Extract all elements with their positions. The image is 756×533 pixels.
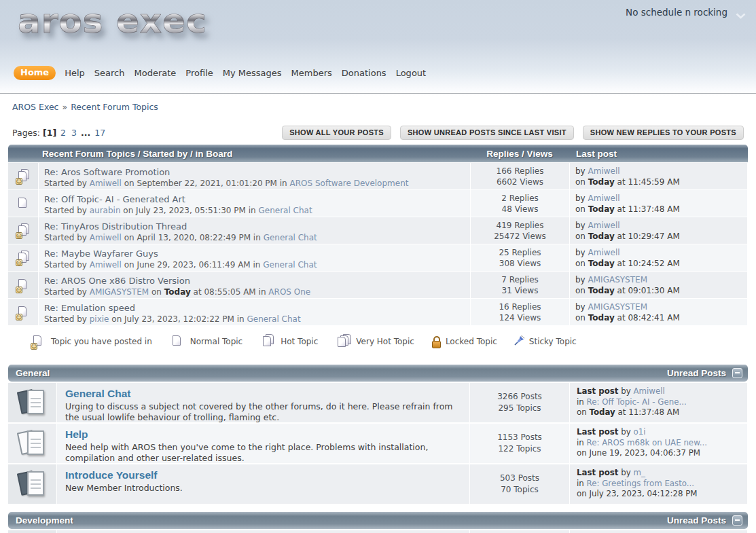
legend-item: Normal Topic xyxy=(169,334,242,348)
topics-count: 295 Topics xyxy=(470,403,569,414)
user-link[interactable]: aurabin xyxy=(90,206,121,215)
legend-item: Sticky Topic xyxy=(514,335,577,348)
pagination: Pages: [1] 2 3 ... 17 xyxy=(12,128,107,138)
topic-link[interactable]: Re: Off Topic- AI - Generated Art xyxy=(44,194,185,204)
user-link[interactable]: pixie xyxy=(90,314,109,324)
board-link[interactable]: AROS Software Development xyxy=(290,179,409,188)
nav-item-my-messages[interactable]: My Messages xyxy=(223,68,282,78)
replies-count: 419 Replies xyxy=(497,220,544,231)
category-header: Development Unread Posts xyxy=(8,512,748,529)
topic-link[interactable]: Re: Greetings from Easto... xyxy=(587,479,695,488)
header-topics: Recent Forum Topics / Started by / in Bo… xyxy=(8,149,470,159)
user-link[interactable]: Amiwell xyxy=(90,260,122,270)
nav-item-logout[interactable]: Logout xyxy=(396,68,427,78)
breadcrumb-separator: » xyxy=(62,102,67,112)
board-link[interactable]: Help xyxy=(65,428,88,440)
breadcrumb-home-link[interactable]: AROS Exec xyxy=(12,102,58,112)
user-link[interactable]: o1i xyxy=(633,427,645,437)
board-last-post: Last post by m_ in Re: Greetings from Ea… xyxy=(570,464,747,504)
nav-item-moderate[interactable]: Moderate xyxy=(134,68,177,78)
board-description: Urging to discuss a subject not covered … xyxy=(65,401,461,423)
views-count: 308 Views xyxy=(499,258,541,269)
header-last-post: Last post xyxy=(569,149,748,159)
user-link[interactable]: Amiwell xyxy=(588,194,620,203)
action-buttons: SHOW ALL YOUR POSTS SHOW UNREAD POSTS SI… xyxy=(282,126,744,140)
user-link[interactable]: Amiwell xyxy=(90,179,122,188)
nav-item-search[interactable]: Search xyxy=(94,68,125,78)
board-row xyxy=(8,530,748,533)
nav-item-members[interactable]: Members xyxy=(291,68,332,78)
board-link[interactable]: General Chat xyxy=(258,206,312,215)
nav-item-donations[interactable]: Donations xyxy=(342,68,386,78)
nav-item-profile[interactable]: Profile xyxy=(185,68,213,78)
board-last-post: Last post by Amiwell in Re: Off Topic- A… xyxy=(570,383,747,422)
board-last-post: Last post by o1i in Re: AROS m68k on UAE… xyxy=(570,424,747,463)
table-row: Re: AROS One x86 Distro Version Started … xyxy=(8,272,748,298)
show-new-replies-button[interactable]: SHOW NEW REPLIES TO YOUR POSTS xyxy=(583,126,744,140)
page-link-3[interactable]: 3 xyxy=(71,128,77,138)
board-row: Help Need help with AROS then you've com… xyxy=(8,424,748,463)
site-logo[interactable]: aros exec xyxy=(18,4,207,38)
breadcrumb-page-link[interactable]: Recent Forum Topics xyxy=(71,102,158,112)
board-link[interactable]: General Chat xyxy=(65,388,130,399)
posts-count: 3266 Posts xyxy=(470,391,569,403)
recent-topics-table: Recent Forum Topics / Started by / in Bo… xyxy=(8,145,748,325)
board-unread-icon xyxy=(18,386,48,419)
topic-posted-icon xyxy=(30,334,46,348)
topic-posted-icon xyxy=(15,278,31,292)
user-link[interactable]: Amiwell xyxy=(588,166,620,176)
board-link[interactable]: Introduce Yourself xyxy=(65,469,158,481)
board-read-icon xyxy=(18,427,48,460)
topic-posted-icon xyxy=(15,251,31,265)
unread-posts-link[interactable]: Unread Posts xyxy=(667,515,726,526)
nav-item-help[interactable]: Help xyxy=(65,68,85,78)
news-ticker-text: No schedule n rocking xyxy=(626,7,727,18)
current-page: [1] xyxy=(43,128,56,138)
category-title: General xyxy=(16,368,50,378)
nav-item-home[interactable]: Home xyxy=(14,66,56,80)
page-link-last[interactable]: 17 xyxy=(94,128,105,138)
main-nav: Home Help Search Moderate Profile My Mes… xyxy=(14,66,431,80)
board-link[interactable]: General Chat xyxy=(264,233,317,242)
collapse-button[interactable] xyxy=(732,515,742,526)
topic-link[interactable]: Re: Aros Software Promotion xyxy=(44,167,170,177)
chevron-down-icon[interactable] xyxy=(736,9,746,22)
category-header: General Unread Posts xyxy=(8,365,748,382)
pages-label: Pages: xyxy=(12,128,40,138)
unread-posts-link[interactable]: Unread Posts xyxy=(667,368,726,378)
locked-topic-icon xyxy=(431,335,441,348)
show-all-posts-button[interactable]: SHOW ALL YOUR POSTS xyxy=(282,126,391,140)
topic-link[interactable]: Re: AROS m68k on UAE new... xyxy=(587,438,707,447)
pages-ellipsis: ... xyxy=(81,128,90,138)
user-link[interactable]: AMIGASYSTEM xyxy=(90,287,149,297)
board-link[interactable]: General Chat xyxy=(247,314,300,324)
legend-item: Topic you have posted in xyxy=(30,334,152,348)
collapse-button[interactable] xyxy=(732,368,742,378)
table-row: Re: TinyAros Distribution Thread Started… xyxy=(8,217,748,244)
user-link[interactable]: Amiwell xyxy=(633,386,664,396)
user-link[interactable]: Amiwell xyxy=(588,221,620,230)
views-count: 48 Views xyxy=(502,204,539,215)
user-link[interactable]: Amiwell xyxy=(90,233,122,242)
topic-link[interactable]: Re: TinyAros Distribution Thread xyxy=(44,221,187,232)
user-link[interactable]: Amiwell xyxy=(588,248,620,257)
replies-count: 16 Replies xyxy=(499,301,541,312)
hot-topic-icon xyxy=(259,334,276,348)
user-link[interactable]: AMIGASYSTEM xyxy=(588,302,647,312)
page-link-2[interactable]: 2 xyxy=(60,128,66,138)
topic-posted-icon xyxy=(15,305,31,319)
views-count: 31 Views xyxy=(502,285,539,296)
user-link[interactable]: AMIGASYSTEM xyxy=(588,275,647,284)
legend-item: Very Hot Topic xyxy=(335,334,414,348)
board-link[interactable]: AROS One xyxy=(268,287,310,297)
show-unread-posts-button[interactable]: SHOW UNREAD POSTS SINCE LAST VISIT xyxy=(400,126,574,140)
topic-link[interactable]: Re: Off Topic- AI - Gene... xyxy=(587,397,687,407)
board-link[interactable]: General Chat xyxy=(263,260,317,270)
topic-link[interactable]: Re: Maybe Wayfarer Guys xyxy=(44,249,158,259)
replies-count: 7 Replies xyxy=(501,274,539,285)
topic-link[interactable]: Re: Emulation speed xyxy=(44,303,135,313)
topic-link[interactable]: Re: AROS One x86 Distro Version xyxy=(44,276,190,286)
normal-topic-icon xyxy=(169,334,185,348)
user-link[interactable]: m_ xyxy=(633,468,645,477)
legend: Topic you have posted in Normal Topic Ho… xyxy=(30,334,577,348)
